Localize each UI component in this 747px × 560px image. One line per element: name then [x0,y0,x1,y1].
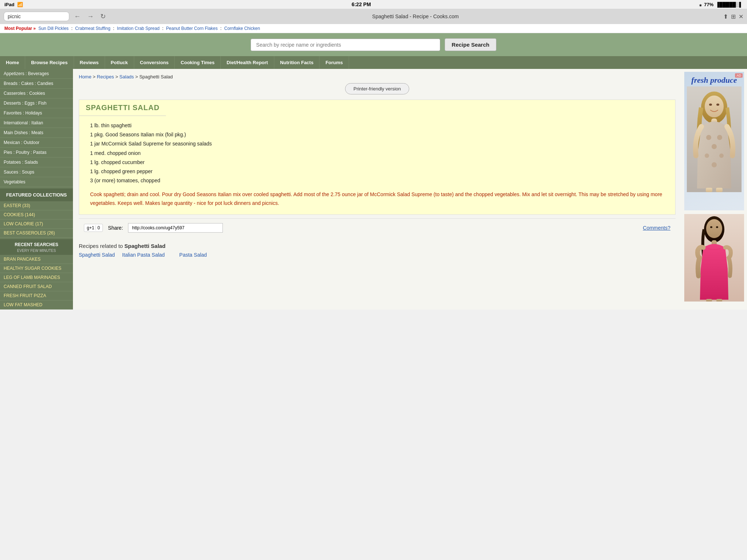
nav-diet-health[interactable]: Diet/Health Report [221,56,274,69]
popular-link-2[interactable]: Crabmeat Stuffing [75,26,111,31]
sidebar-item-breads[interactable]: Breads : Cakes : Candies [0,79,73,89]
recent-low-fat[interactable]: LOW FAT MASHED [0,300,73,310]
related-title: Recipes related to Spaghetti Salad [79,243,676,249]
sidebar-item-favorites[interactable]: Favorites : Holidays [0,108,73,118]
gplus-button[interactable]: g+1 0 [84,224,103,232]
ingredient-5: 1 lg. chopped cucumber [90,158,664,167]
share-url-input[interactable] [128,223,223,233]
breadcrumb-home[interactable]: Home [79,74,92,79]
popular-link-4[interactable]: Peanut Butter Corn Flakes [166,26,217,31]
sidebar-item-pies[interactable]: Pies : Poultry : Pastas [0,148,73,158]
printer-friendly-button[interactable]: Printer-friendly version [345,83,409,94]
nav-cooking-times[interactable]: Cooking Times [175,56,221,69]
svg-point-11 [712,162,717,167]
featured-cookies[interactable]: COOKIES (144) [0,210,73,219]
ad-bottom-box [684,214,744,302]
gplus-count: 0 [96,225,100,230]
recent-canned-fruit[interactable]: CANNED FRUIT SALAD [0,282,73,291]
svg-point-5 [716,104,719,106]
nav-potluck[interactable]: Potluck [105,56,134,69]
nav-conversions[interactable]: Conversions [134,56,175,69]
sidebar-item-casseroles[interactable]: Casseroles : Cookies [0,89,73,98]
ingredient-2: 1 pkg. Good Seasons Italian mix (foil pk… [90,130,664,139]
breadcrumb-recipes[interactable]: Recipes [97,74,114,79]
share-button[interactable]: ⬆ [723,13,728,20]
svg-point-10 [719,153,724,158]
sidebar-item-sauces[interactable]: Sauces : Soups [0,167,73,177]
recipe-title: SPAGHETTI SALAD [86,104,159,112]
ingredient-6: 1 lg. chopped green pepper [90,167,664,176]
ad-badge: AD [735,73,743,78]
nav-nutrition[interactable]: Nutrition Facts [274,56,320,69]
forward-button[interactable]: → [85,12,96,21]
address-bar[interactable]: picnic [4,12,69,21]
nav-reviews[interactable]: Reviews [74,56,105,69]
featured-casseroles[interactable]: BEST CASSEROLES (26) [0,229,73,238]
featured-easter[interactable]: EASTER (33) [0,201,73,210]
share-bar: g+1 0 Share: Comments? [79,218,676,237]
sidebar-item-international[interactable]: International : Italian [0,118,73,128]
related-link-1[interactable]: Spaghetti Salad [79,252,115,258]
svg-point-6 [706,135,711,140]
sidebar-item-potatoes[interactable]: Potatoes : Salads [0,158,73,167]
search-input[interactable] [251,39,440,51]
featured-collections-header: FEATURED COLLECTIONS [0,188,73,201]
breadcrumb-salads[interactable]: Salads [119,74,134,79]
carrier-label: iPad [4,2,14,7]
recent-sugar-cookies[interactable]: HEALTHY SUGAR COOKIES [0,264,73,273]
recipe-title-tab: SPAGHETTI SALAD [79,100,166,116]
content-area: Home > Recipes > Salads > Spaghetti Sala… [73,69,681,310]
popular-link-1[interactable]: Sun Dill Pickles [38,26,69,31]
sidebar-item-vegetables[interactable]: Vegetables [0,177,73,187]
sidebar-item-main-dishes[interactable]: Main Dishes : Meats [0,128,73,138]
page-title: Spaghetti Salad - Recipe - Cooks.com [111,13,720,19]
close-button[interactable]: ✕ [739,13,743,20]
related-section: Recipes related to Spaghetti Salad Spagh… [79,243,676,258]
sidebar-item-desserts[interactable]: Desserts : Eggs : Fish [0,98,73,108]
share-label: Share: [108,225,123,231]
tabs-button[interactable]: ⊞ [731,13,736,20]
related-link-2[interactable]: Italian Pasta Salad [122,252,165,258]
nav-forums[interactable]: Forums [320,56,349,69]
recent-searches-list: BRAN PANCAKES HEALTHY SUGAR COOKIES LEG … [0,255,73,310]
sidebar: Appetizers : Beverages Breads : Cakes : … [0,69,73,310]
svg-rect-20 [706,299,712,302]
featured-low-calorie[interactable]: LOW CALORIE (17) [0,219,73,229]
recipe-instructions: Cook spaghetti; drain and cool. Pour dry… [79,190,675,214]
main-layout: Appetizers : Beverages Breads : Cakes : … [0,69,747,310]
sidebar-item-appetizers[interactable]: Appetizers : Beverages [0,69,73,79]
recent-bran-pancakes[interactable]: BRAN PANCAKES [0,255,73,264]
gplus-label: g+1 [87,225,94,230]
ingredient-7: 3 (or more) tomatoes, chopped [90,176,664,185]
ingredient-1: 1 lb. thin spaghetti [90,121,664,130]
svg-rect-12 [706,188,712,192]
recent-fruit-pizza[interactable]: FRESH FRUIT PIZZA [0,291,73,300]
sidebar-item-mexican[interactable]: Mexican : Outdoor [0,138,73,148]
recent-searches-sub: EVERY FEW MINUTES [0,248,73,255]
related-links: Spaghetti Salad Italian Pasta Salad Past… [79,252,676,258]
svg-point-9 [705,153,709,158]
ingredient-4: 1 med. chopped onion [90,149,664,158]
refresh-button[interactable]: ↻ [98,12,108,21]
svg-rect-13 [716,188,723,192]
browser-actions: ⬆ ⊞ ✕ [723,13,743,20]
breadcrumb: Home > Recipes > Salads > Spaghetti Sala… [79,74,676,79]
ad-top-box: AD fresh produce [684,72,744,210]
search-button[interactable]: Recipe Search [445,38,496,51]
popular-link-3[interactable]: Imitation Crab Spread [117,26,160,31]
most-popular-label: Most Popular » [4,26,36,31]
back-button[interactable]: ← [72,12,82,21]
recent-searches-header: RECENT SEARCHES [0,239,73,248]
breadcrumb-current: Spaghetti Salad [139,74,173,79]
popular-link-5[interactable]: Cornflake Chicken [224,26,260,31]
comments-link[interactable]: Comments? [643,225,670,231]
nav-home[interactable]: Home [0,56,25,69]
printer-friendly-wrap: Printer-friendly version [79,83,676,94]
recent-lamb-marinades[interactable]: LEG OF LAMB MARINADES [0,273,73,282]
svg-point-4 [709,104,712,106]
nav-browse[interactable]: Browse Recipes [25,56,74,69]
recipe-ingredients: 1 lb. thin spaghetti 1 pkg. Good Seasons… [79,116,675,190]
battery-icon: ▐█████░▌ [716,2,743,7]
sidebar-categories: Appetizers : Beverages Breads : Cakes : … [0,69,73,187]
related-link-3[interactable]: Pasta Salad [179,252,207,258]
